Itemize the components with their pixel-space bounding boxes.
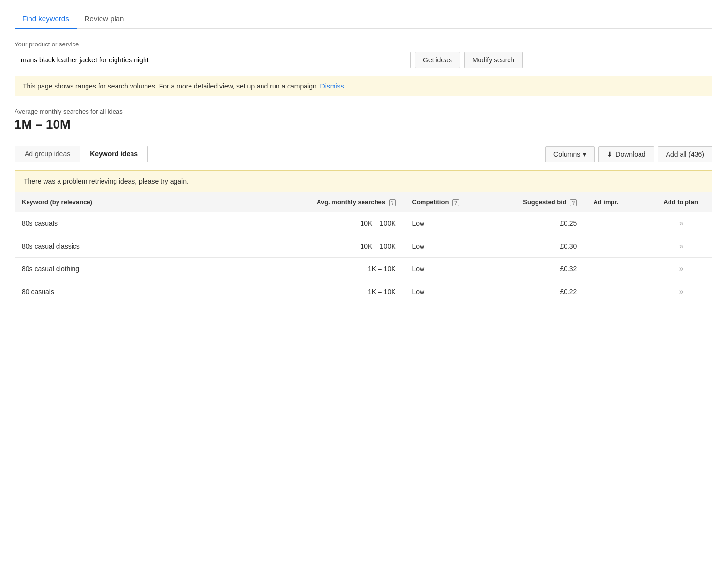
cell-competition: Low (406, 280, 503, 303)
add-all-button[interactable]: Add all (436) (658, 146, 712, 162)
add-to-plan-button[interactable]: » (649, 212, 712, 235)
cell-keyword: 80s casual clothing (15, 257, 308, 280)
download-label: Download (615, 150, 645, 158)
table-row: 80s casuals 10K – 100K Low £0.25 » (15, 212, 712, 235)
stats-section: Average monthly searches for all ideas 1… (15, 108, 712, 132)
bid-help-icon[interactable]: ? (570, 199, 577, 206)
download-icon: ⬇ (607, 150, 612, 158)
header-competition: Competition ? (406, 192, 503, 212)
cell-bid: £0.30 (503, 235, 586, 257)
cell-searches: 1K – 10K (308, 280, 406, 303)
stats-label: Average monthly searches for all ideas (15, 108, 712, 115)
header-bid: Suggested bid ? (503, 192, 586, 212)
tab-ad-group-ideas[interactable]: Ad group ideas (15, 146, 80, 162)
cell-adimpr (586, 212, 649, 235)
cell-keyword: 80s casuals (15, 212, 308, 235)
cell-competition: Low (406, 235, 503, 257)
modify-search-button[interactable]: Modify search (464, 52, 523, 68)
tab-find-keywords[interactable]: Find keywords (15, 10, 77, 29)
cell-keyword: 80 casuals (15, 280, 308, 303)
cell-competition: Low (406, 212, 503, 235)
keywords-table: Keyword (by relevance) Avg. monthly sear… (15, 192, 712, 303)
add-to-plan-button[interactable]: » (649, 235, 712, 257)
header-addtoplan: Add to plan (649, 192, 712, 212)
warning-banner: There was a problem retrieving ideas, pl… (15, 170, 712, 192)
table-header-row: Keyword (by relevance) Avg. monthly sear… (15, 192, 712, 212)
notice-banner: This page shows ranges for search volume… (15, 76, 712, 96)
chevron-down-icon: ▾ (583, 150, 586, 158)
get-ideas-button[interactable]: Get ideas (415, 52, 460, 68)
cell-adimpr (586, 280, 649, 303)
tab-keyword-ideas[interactable]: Keyword ideas (80, 146, 148, 162)
cell-searches: 1K – 10K (308, 257, 406, 280)
add-to-plan-button[interactable]: » (649, 257, 712, 280)
sub-tabs-row: Ad group ideas Keyword ideas Columns ▾ ⬇… (15, 146, 712, 162)
table-wrapper: Keyword (by relevance) Avg. monthly sear… (15, 192, 712, 303)
cell-competition: Low (406, 257, 503, 280)
add-to-plan-button[interactable]: » (649, 280, 712, 303)
stats-value: 1M – 10M (15, 117, 712, 132)
table-row: 80s casual classics 10K – 100K Low £0.30… (15, 235, 712, 257)
cell-bid: £0.32 (503, 257, 586, 280)
cell-bid: £0.25 (503, 212, 586, 235)
header-searches: Avg. monthly searches ? (308, 192, 406, 212)
competition-help-icon[interactable]: ? (452, 199, 459, 206)
cell-adimpr (586, 235, 649, 257)
toolbar: Columns ▾ ⬇ Download Add all (436) (545, 146, 712, 162)
cell-keyword: 80s casual classics (15, 235, 308, 257)
warning-text: There was a problem retrieving ideas, pl… (24, 177, 189, 185)
header-adimpr: Ad impr. (586, 192, 649, 212)
notice-text: This page shows ranges for search volume… (23, 82, 319, 90)
columns-label: Columns (553, 150, 580, 158)
dismiss-link[interactable]: Dismiss (320, 82, 344, 90)
searches-help-icon[interactable]: ? (389, 199, 396, 206)
cell-searches: 10K – 100K (308, 235, 406, 257)
cell-bid: £0.22 (503, 280, 586, 303)
download-button[interactable]: ⬇ Download (598, 146, 654, 162)
header-keyword: Keyword (by relevance) (15, 192, 308, 212)
cell-searches: 10K – 100K (308, 212, 406, 235)
tab-review-plan[interactable]: Review plan (77, 10, 132, 29)
search-row: Get ideas Modify search (15, 52, 712, 68)
columns-button[interactable]: Columns ▾ (545, 146, 595, 162)
cell-adimpr (586, 257, 649, 280)
sub-tabs: Ad group ideas Keyword ideas (15, 146, 148, 162)
table-row: 80 casuals 1K – 10K Low £0.22 » (15, 280, 712, 303)
search-label: Your product or service (15, 41, 712, 48)
search-section: Your product or service Get ideas Modify… (15, 41, 712, 68)
table-body: 80s casuals 10K – 100K Low £0.25 » 80s c… (15, 212, 712, 303)
table-row: 80s casual clothing 1K – 10K Low £0.32 » (15, 257, 712, 280)
search-input[interactable] (15, 52, 411, 68)
main-tabs: Find keywords Review plan (15, 10, 712, 29)
